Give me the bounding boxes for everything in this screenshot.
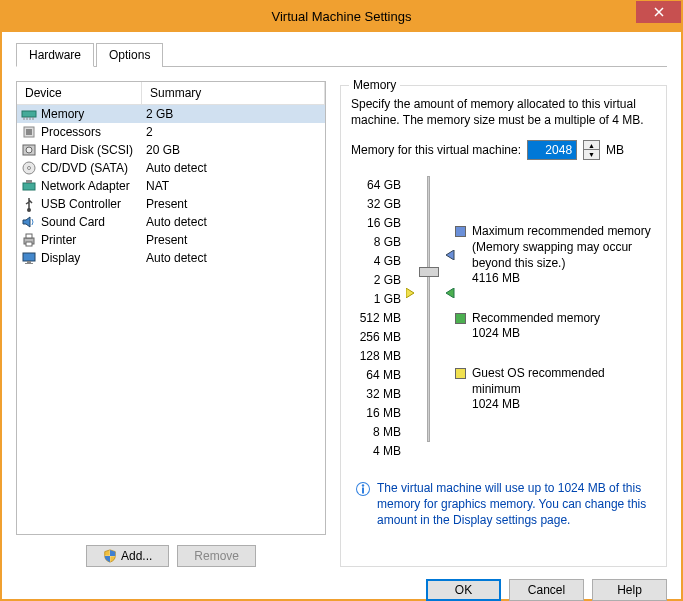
window-title: Virtual Machine Settings (1, 9, 682, 24)
nic-icon (21, 178, 37, 194)
tab-options[interactable]: Options (96, 43, 163, 67)
tick-label: 128 MB (351, 347, 401, 366)
legend-square-guest (455, 368, 466, 379)
legend-max-note: (Memory swapping may occur beyond this s… (472, 240, 656, 271)
dialog-body: Hardware Options Device Summary Memory2 … (1, 31, 682, 600)
marker-max (446, 249, 456, 263)
tab-hardware[interactable]: Hardware (16, 43, 94, 67)
device-name: Network Adapter (41, 179, 130, 193)
cancel-button[interactable]: Cancel (509, 579, 584, 601)
spinner-up-icon[interactable]: ▲ (584, 141, 599, 150)
device-summary: Present (142, 233, 321, 247)
memory-description: Specify the amount of memory allocated t… (351, 96, 656, 128)
usb-icon (21, 196, 37, 212)
marker-guest (406, 287, 416, 301)
svg-rect-14 (27, 261, 31, 263)
device-summary: 2 GB (142, 107, 321, 121)
table-row[interactable]: DisplayAuto detect (17, 249, 325, 267)
device-list-panel: Device Summary Memory2 GBProcessors2Hard… (16, 81, 326, 567)
legend-rec: Recommended memory 1024 MB (455, 311, 656, 342)
device-summary: Auto detect (142, 251, 321, 265)
legend-rec-label: Recommended memory (472, 311, 600, 327)
svg-rect-0 (22, 111, 36, 117)
add-button[interactable]: Add... (86, 545, 169, 567)
table-row[interactable]: CD/DVD (SATA)Auto detect (17, 159, 325, 177)
tick-label: 64 GB (351, 176, 401, 195)
tick-label: 4 MB (351, 442, 401, 461)
table-row[interactable]: Hard Disk (SCSI)20 GB (17, 141, 325, 159)
legend-max: Maximum recommended memory (Memory swapp… (455, 224, 656, 286)
table-row[interactable]: Memory2 GB (17, 105, 325, 123)
device-summary: 2 (142, 125, 321, 139)
device-name: Sound Card (41, 215, 105, 229)
tick-label: 32 GB (351, 195, 401, 214)
memory-icon (21, 106, 37, 122)
tick-label: 512 MB (351, 309, 401, 328)
tick-label: 64 MB (351, 366, 401, 385)
table-row[interactable]: USB ControllerPresent (17, 195, 325, 213)
memory-slider[interactable] (427, 176, 430, 442)
tick-label: 16 GB (351, 214, 401, 233)
spinner-down-icon[interactable]: ▼ (584, 150, 599, 159)
table-row[interactable]: Processors2 (17, 123, 325, 141)
svg-rect-7 (23, 183, 35, 190)
tick-label: 8 MB (351, 423, 401, 442)
memory-input-row: Memory for this virtual machine: ▲ ▼ MB (351, 140, 656, 160)
device-summary: NAT (142, 179, 321, 193)
tick-label: 8 GB (351, 233, 401, 252)
legend-guest: Guest OS recommended minimum 1024 MB (455, 366, 656, 413)
add-label: Add... (121, 549, 152, 563)
svg-point-4 (26, 147, 32, 153)
memory-input[interactable] (527, 140, 577, 160)
legend-max-value: 4116 MB (472, 271, 656, 287)
device-name: Hard Disk (SCSI) (41, 143, 133, 157)
legend-max-label: Maximum recommended memory (472, 224, 651, 240)
svg-rect-8 (26, 180, 32, 183)
svg-point-6 (28, 167, 31, 170)
device-name: CD/DVD (SATA) (41, 161, 128, 175)
triangle-right-icon (406, 288, 416, 298)
device-summary: Auto detect (142, 215, 321, 229)
slider-thumb[interactable] (419, 267, 439, 277)
device-name: USB Controller (41, 197, 121, 211)
device-summary: Auto detect (142, 161, 321, 175)
memory-spinner[interactable]: ▲ ▼ (583, 140, 600, 160)
memory-legend: Maximum recommended memory (Memory swapp… (455, 176, 656, 461)
settings-panel: Memory Specify the amount of memory allo… (340, 81, 667, 567)
tick-label: 1 GB (351, 290, 401, 309)
triangle-left-icon (446, 250, 456, 260)
table-row[interactable]: Sound CardAuto detect (17, 213, 325, 231)
device-name: Processors (41, 125, 101, 139)
tick-label: 32 MB (351, 385, 401, 404)
device-summary: 20 GB (142, 143, 321, 157)
device-name: Memory (41, 107, 84, 121)
svg-point-18 (362, 485, 364, 487)
cpu-icon (21, 124, 37, 140)
ok-button[interactable]: OK (426, 579, 501, 601)
svg-rect-12 (26, 242, 32, 246)
tick-label: 2 GB (351, 271, 401, 290)
cd-icon (21, 160, 37, 176)
svg-point-9 (27, 208, 31, 212)
table-row[interactable]: PrinterPresent (17, 231, 325, 249)
sound-icon (21, 214, 37, 230)
table-row[interactable]: Network AdapterNAT (17, 177, 325, 195)
memory-slider-area: 64 GB32 GB16 GB8 GB4 GB2 GB1 GB512 MB256… (351, 176, 656, 461)
svg-rect-15 (25, 263, 33, 264)
header-summary[interactable]: Summary (142, 82, 325, 104)
device-name: Printer (41, 233, 76, 247)
tick-label: 256 MB (351, 328, 401, 347)
slider-tick-labels: 64 GB32 GB16 GB8 GB4 GB2 GB1 GB512 MB256… (351, 176, 401, 461)
close-icon (654, 7, 664, 17)
help-button[interactable]: Help (592, 579, 667, 601)
memory-groupbox: Memory Specify the amount of memory allo… (340, 85, 667, 567)
tick-label: 4 GB (351, 252, 401, 271)
legend-guest-label: Guest OS recommended minimum (472, 366, 656, 397)
titlebar: Virtual Machine Settings (1, 1, 682, 31)
header-device[interactable]: Device (17, 82, 142, 104)
remove-button[interactable]: Remove (177, 545, 256, 567)
legend-rec-value: 1024 MB (472, 326, 656, 342)
svg-rect-19 (362, 488, 364, 494)
info-note: The virtual machine will use up to 1024 … (351, 481, 656, 528)
close-button[interactable] (636, 1, 681, 23)
